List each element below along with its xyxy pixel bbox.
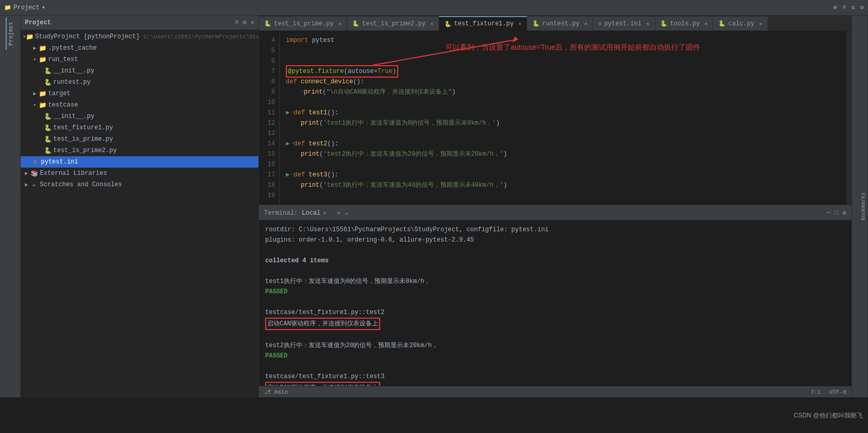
tabs-bar: 🐍 test_is_prime.py ✕ 🐍 test_is_prime2.py…: [259, 16, 851, 31]
collapse-all-icon[interactable]: ≡: [235, 19, 238, 26]
project-tab-btn[interactable]: Project: [6, 18, 15, 50]
play-btn-test3[interactable]: ▶: [286, 170, 290, 180]
tree-item-run-test[interactable]: ▾ 📁 run_test: [21, 54, 258, 65]
sort-icon[interactable]: ⇅: [851, 4, 855, 11]
terminal-window-controls: — □ ⚙: [827, 209, 846, 217]
folder-icon: 📁: [38, 44, 47, 52]
py-file-icon: 🐍: [44, 147, 52, 155]
code-line-16: [286, 159, 840, 170]
tree-item-runtest-py[interactable]: 🐍 runtest.py: [21, 77, 258, 88]
project-panel: Project ≡ ⚙ ✕ ▾ 📁 StudyProject [pythonPr…: [21, 16, 259, 397]
py-tab-icon: 🐍: [718, 20, 726, 27]
status-right: 7:1 UTF-8: [811, 389, 846, 395]
project-icon: 📁: [4, 4, 11, 11]
tab-test-is-prime2[interactable]: 🐍 test_is_prime2.py ✕: [347, 16, 439, 31]
terminal-tab-label: Local: [302, 210, 321, 217]
item-label: .pytest_cache: [48, 44, 97, 52]
tree-item-test-is-prime2[interactable]: 🐍 test_is_prime2.py: [21, 145, 258, 156]
tab-close-icon[interactable]: ✕: [704, 21, 707, 27]
terminal-close-icon[interactable]: ✕: [323, 210, 326, 216]
tab-test-is-prime[interactable]: 🐍 test_is_prime.py ✕: [259, 16, 347, 31]
item-label: test_is_prime2.py: [53, 147, 117, 154]
tree-item-scratches[interactable]: ▶ ✏ Scratches and Consoles: [21, 179, 258, 190]
add-terminal-icon[interactable]: ＋: [336, 208, 342, 217]
item-label: runtest.py: [53, 79, 91, 86]
branch-icon: ⎇: [264, 389, 271, 395]
play-btn-test1[interactable]: ▶: [286, 108, 290, 118]
py-file-icon: 🐍: [44, 124, 52, 132]
terminal-line-plugins: plugins: order-1.0.1, ordering-0.6, allu…: [265, 235, 845, 245]
folder-icon: 📁: [38, 56, 47, 64]
tab-close-icon[interactable]: ✕: [338, 21, 341, 27]
tree-item-testcase[interactable]: ▾ 📁 testcase: [21, 99, 258, 111]
py-file-icon: 🐍: [44, 136, 52, 143]
code-line-6: [286, 56, 840, 66]
close-icon[interactable]: ✕: [251, 19, 254, 26]
tab-label: test_fixture1.py: [454, 20, 514, 27]
play-btn-test2[interactable]: ▶: [286, 139, 290, 149]
tab-close-icon[interactable]: ✕: [646, 21, 649, 27]
scratches-icon: ✏: [30, 181, 38, 189]
expand-icon: ▶: [23, 170, 30, 176]
tab-label: test_is_prime2.py: [362, 20, 425, 27]
expand-icon: ▶: [31, 91, 38, 97]
tree-item-init-py[interactable]: 🐍 __init__.py: [21, 65, 258, 77]
code-line-8: def connect_device():: [286, 77, 840, 87]
terminal-actions: ＋ ⌄: [336, 208, 349, 217]
tree-item-pytest-ini[interactable]: ⚙ pytest.ini: [21, 156, 258, 168]
code-line-17: ▶ − def test3():: [286, 170, 840, 180]
tree-root[interactable]: ▾ 📁 StudyProject [pythonProject] C:\User…: [21, 31, 258, 42]
tab-close-icon[interactable]: ✕: [584, 21, 587, 27]
tab-pytest-ini[interactable]: ⚙ pytest.ini ✕: [593, 16, 655, 31]
terminal-line-rootdir: rootdir: C:\Users\15561\PycharmProjects\…: [265, 225, 845, 235]
expand-icon: ▶: [31, 45, 38, 51]
tab-tools[interactable]: 🐍 tools.py ✕: [655, 16, 714, 31]
py-tab-icon: 🐍: [660, 20, 668, 27]
tab-runtest[interactable]: 🐍 runtest.py ✕: [527, 16, 593, 31]
tree-item-test-is-prime[interactable]: 🐍 test_is_prime.py: [21, 133, 258, 145]
tab-label: tools.py: [670, 20, 700, 27]
dropdown-arrow-icon: ▾: [41, 4, 45, 11]
main-area: Project Project ≡ ⚙ ✕ ▾ 📁 StudyProject […: [0, 16, 868, 397]
minimize-icon[interactable]: —: [827, 209, 830, 217]
item-label: __init__.py: [53, 113, 94, 120]
code-line-15: print('test2执行中：发送车速值为20的信号，预期显示未20km/h，…: [286, 149, 840, 159]
tab-close-icon[interactable]: ✕: [430, 21, 433, 27]
item-label: __init__.py: [53, 67, 94, 74]
editor-scrollbar[interactable]: [846, 31, 851, 205]
left-sidebar-tabs: Project: [0, 16, 21, 397]
target-icon[interactable]: ⊕: [833, 4, 837, 11]
tab-close-icon[interactable]: ✕: [518, 21, 522, 27]
editor-content: 4 5 6 7 8 9 10 11 12 13 14 15 16 17 18 1…: [259, 31, 851, 205]
editor-area: 🐍 test_is_prime.py ✕ 🐍 test_is_prime2.py…: [259, 16, 851, 397]
tree-item-test-fixture1[interactable]: 🐍 test_fixture1.py: [21, 122, 258, 133]
code-line-10: [286, 97, 840, 108]
gear-icon[interactable]: ⚙: [843, 209, 846, 217]
settings-icon[interactable]: ⚙: [860, 4, 864, 11]
tab-calc[interactable]: 🐍 calc.py ✕: [713, 16, 768, 31]
item-label: pytest.ini: [41, 158, 78, 166]
expand-icon[interactable]: □: [835, 209, 838, 217]
terminal-line-passed2: PASSED: [265, 351, 845, 361]
code-editor[interactable]: import pytest @pytest.fixture(autouse=Tr…: [280, 31, 846, 205]
tree-item-target[interactable]: ▶ 📁 target: [21, 88, 258, 99]
settings-icon[interactable]: ⚙: [243, 19, 247, 26]
item-label: testcase: [48, 101, 78, 109]
root-folder-icon: 📁: [26, 33, 34, 41]
tab-test-fixture1[interactable]: 🐍 test_fixture1.py ✕: [439, 16, 527, 31]
top-bar-icons: ⊕ ≡ ⇅ ⚙: [833, 4, 864, 11]
item-label: run_test: [48, 56, 78, 63]
tree-item-pytest-cache[interactable]: ▶ 📁 .pytest_cache: [21, 42, 258, 54]
folder-icon: 📁: [38, 101, 47, 109]
py-tab-icon: 🐍: [352, 20, 359, 27]
list-icon[interactable]: ≡: [842, 4, 846, 11]
chevron-down-icon[interactable]: ⌄: [345, 208, 349, 217]
code-line-7: @pytest.fixture(autouse=True): [286, 66, 840, 77]
bottom-panel: Terminal: Local ✕ ＋ ⌄ — □ ⚙: [259, 205, 851, 386]
bookmarks-strip[interactable]: Bookmarks: [860, 16, 868, 397]
tree-item-testcase-init[interactable]: 🐍 __init__.py: [21, 111, 258, 122]
tab-close-icon[interactable]: ✕: [759, 21, 762, 27]
project-dropdown[interactable]: 📁 Project ▾: [4, 4, 46, 11]
terminal-tab[interactable]: Local ✕: [302, 210, 326, 217]
tree-item-ext-libs[interactable]: ▶ 📚 External Libraries: [21, 168, 258, 179]
